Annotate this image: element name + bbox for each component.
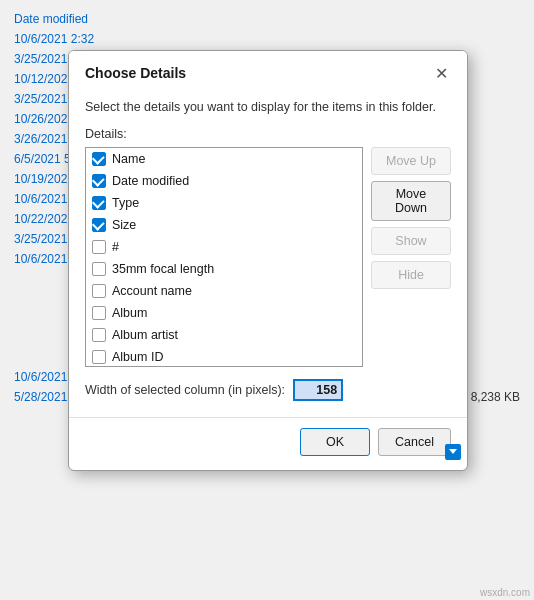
cancel-button[interactable]: Cancel (378, 428, 451, 456)
detail-checkbox[interactable] (92, 284, 106, 298)
move-up-button[interactable]: Move Up (371, 147, 451, 175)
details-label: Details: (85, 127, 451, 141)
detail-item-label: Album ID (112, 350, 163, 364)
detail-item[interactable]: Account name (86, 280, 362, 302)
choose-details-dialog: Choose Details ✕ Select the details you … (68, 50, 468, 471)
detail-item-label: Album artist (112, 328, 178, 342)
detail-checkbox[interactable] (92, 350, 106, 364)
dialog-body: Select the details you want to display f… (69, 93, 467, 415)
bg-date-1: 10/6/2021 2:32 (14, 32, 144, 46)
bg-header-row: Date modified (10, 10, 524, 28)
details-list[interactable]: NameDate modifiedTypeSize#35mm focal len… (85, 147, 363, 367)
detail-item[interactable]: Size (86, 214, 362, 236)
detail-item-label: Type (112, 196, 139, 210)
ok-button[interactable]: OK (300, 428, 370, 456)
detail-item[interactable]: # (86, 236, 362, 258)
detail-item-label: Album (112, 306, 147, 320)
detail-checkbox[interactable] (92, 262, 106, 276)
detail-item[interactable]: Date modified (86, 170, 362, 192)
scroll-indicator (445, 444, 461, 460)
detail-checkbox[interactable] (92, 306, 106, 320)
detail-checkbox[interactable] (92, 174, 106, 188)
dialog-close-button[interactable]: ✕ (429, 61, 453, 85)
width-row: Width of selected column (in pixels): (85, 379, 451, 401)
detail-item-label: 35mm focal length (112, 262, 214, 276)
detail-checkbox[interactable] (92, 218, 106, 232)
detail-item[interactable]: Name (86, 148, 362, 170)
detail-item-label: # (112, 240, 119, 254)
detail-item[interactable]: Type (86, 192, 362, 214)
detail-item[interactable]: Album artist (86, 324, 362, 346)
dialog-titlebar: Choose Details ✕ (69, 51, 467, 93)
detail-item[interactable]: Album ID (86, 346, 362, 367)
dialog-description: Select the details you want to display f… (85, 99, 451, 117)
bg-header-date: Date modified (14, 12, 144, 26)
hide-button[interactable]: Hide (371, 261, 451, 289)
detail-item[interactable]: Album (86, 302, 362, 324)
detail-item[interactable]: 35mm focal length (86, 258, 362, 280)
detail-item-label: Account name (112, 284, 192, 298)
width-label: Width of selected column (in pixels): (85, 383, 285, 397)
detail-item-label: Size (112, 218, 136, 232)
move-down-button[interactable]: Move Down (371, 181, 451, 221)
detail-checkbox[interactable] (92, 240, 106, 254)
detail-checkbox[interactable] (92, 328, 106, 342)
show-button[interactable]: Show (371, 227, 451, 255)
bg-size-acrobat: 8,238 KB (471, 390, 520, 404)
dialog-title: Choose Details (85, 65, 186, 81)
width-input[interactable] (293, 379, 343, 401)
detail-item-label: Name (112, 152, 145, 166)
watermark: wsxdn.com (480, 587, 530, 598)
details-area: NameDate modifiedTypeSize#35mm focal len… (85, 147, 451, 367)
detail-item-label: Date modified (112, 174, 189, 188)
bg-row-1: 10/6/2021 2:32 (10, 30, 524, 48)
dialog-footer: OK Cancel (69, 417, 467, 470)
detail-checkbox[interactable] (92, 152, 106, 166)
action-buttons-column: Move Up Move Down Show Hide (371, 147, 451, 367)
detail-checkbox[interactable] (92, 196, 106, 210)
